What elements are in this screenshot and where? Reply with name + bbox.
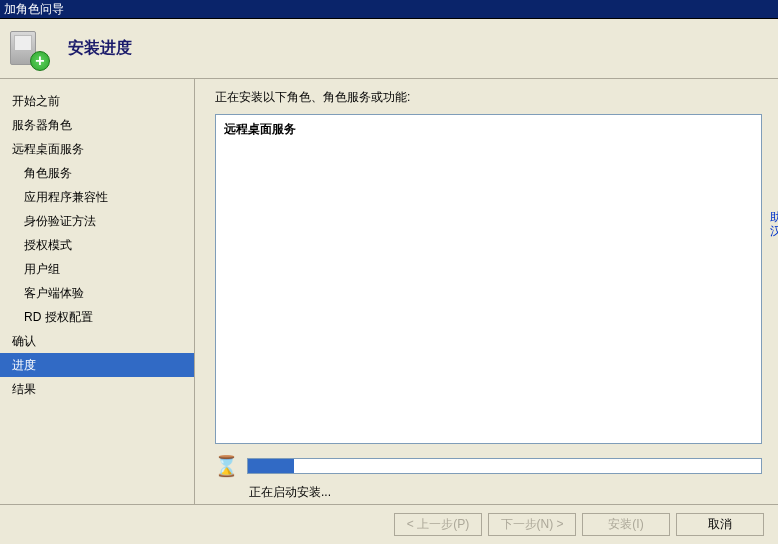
wizard-footer: < 上一步(P) 下一步(N) > 安装(I) 取消: [0, 504, 778, 544]
window-titlebar: 加角色问导: [0, 0, 778, 19]
sidebar-item-7[interactable]: 用户组: [0, 257, 194, 281]
status-text: 正在启动安装...: [215, 484, 762, 501]
wizard-content: 正在安装以下角色、角色服务或功能: 远程桌面服务 ⌛ 正在启动安装...: [195, 79, 778, 504]
progress-fill: [248, 459, 294, 473]
edge-fragment: 助 汉: [770, 210, 778, 238]
sidebar-item-9[interactable]: RD 授权配置: [0, 305, 194, 329]
install-button[interactable]: 安装(I): [582, 513, 670, 536]
sidebar-item-0[interactable]: 开始之前: [0, 89, 194, 113]
progress-bar: [247, 458, 762, 474]
install-list: 远程桌面服务: [215, 114, 762, 444]
wizard-body: 开始之前服务器角色远程桌面服务角色服务应用程序兼容性身份验证方法授权模式用户组客…: [0, 79, 778, 504]
installing-label: 正在安装以下角色、角色服务或功能:: [215, 89, 762, 106]
sidebar-item-10[interactable]: 确认: [0, 329, 194, 353]
window-title: 加角色问导: [4, 2, 64, 16]
hourglass-icon: ⌛: [215, 454, 237, 478]
sidebar-item-8[interactable]: 客户端体验: [0, 281, 194, 305]
sidebar-item-2[interactable]: 远程桌面服务: [0, 137, 194, 161]
server-add-icon: +: [8, 29, 48, 69]
cancel-button[interactable]: 取消: [676, 513, 764, 536]
wizard-header: + 安装进度: [0, 19, 778, 79]
sidebar-item-5[interactable]: 身份验证方法: [0, 209, 194, 233]
page-title: 安装进度: [68, 38, 132, 59]
sidebar-item-1[interactable]: 服务器角色: [0, 113, 194, 137]
sidebar-item-11[interactable]: 进度: [0, 353, 194, 377]
sidebar-item-12[interactable]: 结果: [0, 377, 194, 401]
sidebar-item-4[interactable]: 应用程序兼容性: [0, 185, 194, 209]
wizard-sidebar: 开始之前服务器角色远程桌面服务角色服务应用程序兼容性身份验证方法授权模式用户组客…: [0, 79, 195, 504]
prev-button[interactable]: < 上一步(P): [394, 513, 482, 536]
sidebar-item-6[interactable]: 授权模式: [0, 233, 194, 257]
progress-row: ⌛: [215, 454, 762, 478]
next-button[interactable]: 下一步(N) >: [488, 513, 576, 536]
install-item-0: 远程桌面服务: [224, 121, 753, 138]
sidebar-item-3[interactable]: 角色服务: [0, 161, 194, 185]
